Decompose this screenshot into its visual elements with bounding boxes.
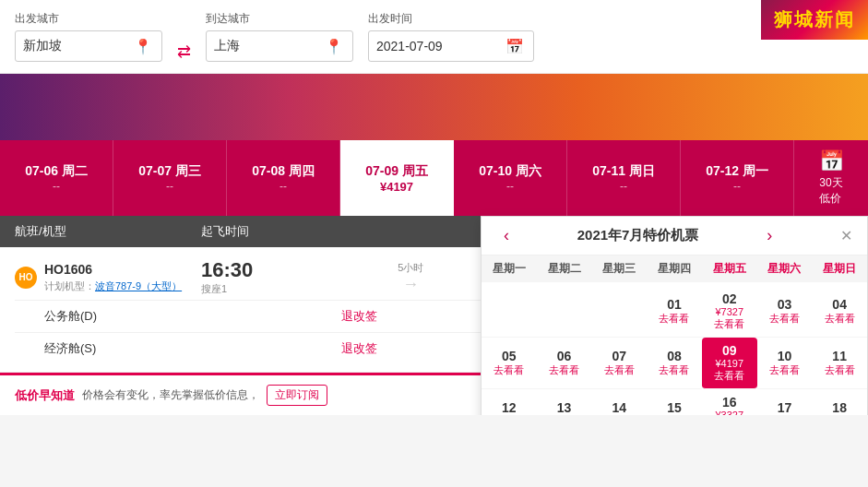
to-city-input[interactable] xyxy=(214,39,325,53)
calendar-title: 2021年7月特价机票 xyxy=(577,227,699,244)
cal-cell-10[interactable]: 10去看看 xyxy=(757,338,813,389)
cal-day-num: 17 xyxy=(778,400,792,415)
cal-day-price: ¥7327 xyxy=(715,306,743,317)
cal-day-num: 12 xyxy=(502,400,517,415)
main-content: 航班/机型 起飞时间 到达时间 HO HO1606 计划机型：波音787-9（大… xyxy=(0,216,868,415)
to-location-icon[interactable]: 📍 xyxy=(325,38,343,55)
flight-number-cell: HO HO1606 计划机型：波音787-9（大型） xyxy=(15,262,201,293)
from-city-input[interactable] xyxy=(23,39,134,53)
tab-07-10[interactable]: 07-10 周六 -- xyxy=(454,140,567,216)
weekday-wed: 星期三 xyxy=(591,261,647,277)
cabin-refund-link-business[interactable]: 退改签 xyxy=(341,308,482,325)
cal-day-action: 去看看 xyxy=(493,363,524,377)
calendar-30-icon: 📅 xyxy=(819,149,844,173)
cal-cell-04[interactable]: 04去看看 xyxy=(812,286,867,338)
cal-cell-empty-00 xyxy=(482,286,537,338)
calendar-close-button[interactable]: ✕ xyxy=(840,227,852,244)
cal-cell-11[interactable]: 11去看看 xyxy=(812,338,867,389)
cal-day-num: 16 xyxy=(722,395,737,410)
tab-07-06[interactable]: 07-06 周二 -- xyxy=(0,140,113,216)
cal-cell-08[interactable]: 08去看看 xyxy=(647,338,702,389)
cal-cell-03[interactable]: 03去看看 xyxy=(757,286,813,338)
duration-cell: 5小时 → xyxy=(341,261,482,294)
airline-logo: HO xyxy=(15,267,37,289)
cal-cell-07[interactable]: 07去看看 xyxy=(591,338,647,389)
from-location-icon[interactable]: 📍 xyxy=(134,38,152,55)
arrow-icon: → xyxy=(402,275,419,294)
tab-07-10-price: -- xyxy=(506,180,514,193)
tab-07-11[interactable]: 07-11 周日 -- xyxy=(567,140,681,216)
from-city-input-wrap[interactable]: 📍 xyxy=(15,30,162,62)
cal-cell-01[interactable]: 01去看看 xyxy=(647,286,702,338)
cal-day-num: 07 xyxy=(612,349,626,363)
cal-day-action: 去看看 xyxy=(769,312,800,326)
tab-07-07[interactable]: 07-07 周三 -- xyxy=(113,140,227,216)
calendar-header: ‹ 2021年7月特价机票 › ✕ xyxy=(482,217,867,255)
cal-day-action: 去看看 xyxy=(604,363,635,377)
cal-cell-16[interactable]: 16¥3327去看看 xyxy=(702,389,757,415)
to-city-label: 到达城市 xyxy=(206,11,353,27)
weekday-tue: 星期二 xyxy=(537,261,592,277)
cal-cell-06[interactable]: 06去看看 xyxy=(537,338,592,389)
cal-cell-14[interactable]: 14去看看 xyxy=(591,389,647,415)
aircraft-link[interactable]: 波音787-9（大型） xyxy=(95,280,182,291)
col-depart-header: 起飞时间 xyxy=(201,223,341,240)
from-city-label: 出发城市 xyxy=(15,11,162,27)
departure-date-field: 出发时间 📅 xyxy=(368,11,534,62)
cal-cell-17[interactable]: 17去看看 xyxy=(757,389,813,415)
tab-07-09[interactable]: 07-09 周五 ¥4197 xyxy=(340,140,454,216)
from-city-field: 出发城市 📍 xyxy=(15,11,162,62)
cal-day-num: 10 xyxy=(778,349,792,363)
weekday-thu: 星期四 xyxy=(647,261,702,277)
cal-day-num: 04 xyxy=(832,297,847,312)
cal-day-action: 去看看 xyxy=(659,312,689,326)
tab-07-08[interactable]: 07-08 周四 -- xyxy=(227,140,340,216)
refund-link-economy[interactable]: 退改签 xyxy=(341,341,377,355)
tab-07-12-date: 07-12 周一 xyxy=(706,163,768,180)
cal-day-num: 09 xyxy=(722,343,737,358)
calendar-icon[interactable]: 📅 xyxy=(505,38,524,55)
cabin-level: 搜座1 xyxy=(201,282,341,296)
cal-cell-12[interactable]: 12去看看 xyxy=(482,389,537,415)
date-input-wrap[interactable]: 📅 xyxy=(368,30,534,62)
cal-day-action: 去看看 xyxy=(714,317,744,331)
cabin-refund-link-economy[interactable]: 退改签 xyxy=(341,340,482,357)
cal-day-num: 02 xyxy=(722,291,737,306)
to-city-input-wrap[interactable]: 📍 xyxy=(206,30,353,62)
tab-07-12[interactable]: 07-12 周一 -- xyxy=(681,140,794,216)
tab-07-10-date: 07-10 周六 xyxy=(479,163,541,180)
cal-cell-09[interactable]: 09¥4197去看看 xyxy=(702,338,757,389)
col-arrow-header xyxy=(341,223,482,240)
departure-date-label: 出发时间 xyxy=(368,11,534,27)
cal-day-num: 14 xyxy=(612,400,626,415)
cal-day-price: ¥4197 xyxy=(715,358,743,369)
cal-day-num: 11 xyxy=(832,349,847,363)
refund-link-business[interactable]: 退改签 xyxy=(341,309,377,323)
duration-text: 5小时 xyxy=(398,261,423,275)
cal-cell-02[interactable]: 02¥7327去看看 xyxy=(702,286,757,338)
cal-cell-15[interactable]: 15去看看 xyxy=(647,389,702,415)
cal-cell-empty-02 xyxy=(591,286,647,338)
swap-cities-button[interactable]: ⇄ xyxy=(177,42,191,62)
low-price-30-tab[interactable]: 📅 30天低价 xyxy=(794,140,868,216)
cal-cell-18[interactable]: 18去看看 xyxy=(812,389,867,415)
subscribe-button[interactable]: 立即订阅 xyxy=(267,385,327,406)
depart-time: 16:30 xyxy=(201,258,341,282)
calendar-prev-button[interactable]: ‹ xyxy=(496,226,517,245)
tab-07-09-price: ¥4197 xyxy=(380,180,413,194)
departure-date-input[interactable] xyxy=(376,39,505,53)
cabin-name-economy: 经济舱(S) xyxy=(15,340,201,357)
cal-day-action: 去看看 xyxy=(714,369,744,383)
tab-07-07-price: -- xyxy=(166,180,173,193)
search-bar: 出发城市 📍 ⇄ 到达城市 📍 出发时间 📅 狮城新闻 xyxy=(0,0,868,74)
cal-day-num: 05 xyxy=(502,349,517,363)
tab-07-08-date: 07-08 周四 xyxy=(252,163,315,180)
tab-07-11-date: 07-11 周日 xyxy=(592,163,655,180)
depart-time-cell: 16:30 搜座1 xyxy=(201,258,341,296)
cal-day-num: 01 xyxy=(667,297,682,312)
calendar-weekdays: 星期一 星期二 星期三 星期四 星期五 星期六 星期日 xyxy=(482,255,867,282)
cal-cell-05[interactable]: 05去看看 xyxy=(482,338,537,389)
date-tabs: 07-06 周二 -- 07-07 周三 -- 07-08 周四 -- 07-0… xyxy=(0,140,868,216)
cal-cell-13[interactable]: 13去看看 xyxy=(537,389,592,415)
calendar-next-button[interactable]: › xyxy=(759,226,779,245)
